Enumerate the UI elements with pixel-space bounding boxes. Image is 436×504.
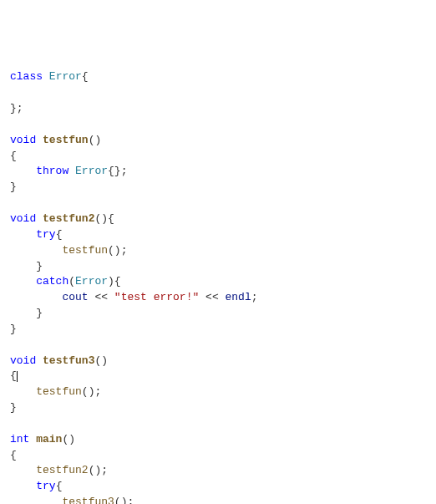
- keyword-try-main: try: [36, 480, 55, 492]
- fn-testfun: testfun: [43, 134, 89, 146]
- call-testfun3: testfun3: [62, 496, 114, 504]
- keyword-catch: catch: [36, 275, 68, 288]
- keyword-void: void: [10, 354, 36, 367]
- keyword-void: void: [10, 212, 36, 225]
- ident-cout: cout: [62, 291, 88, 303]
- keyword-void: void: [10, 134, 36, 146]
- call-testfun: testfun: [62, 244, 108, 257]
- fn-main: main: [36, 433, 62, 445]
- fn-testfun3: testfun3: [43, 354, 94, 367]
- fn-testfun2: testfun2: [43, 212, 94, 225]
- type-error-throw: Error: [75, 165, 108, 177]
- code-block: class Error{ }; void testfun() { throw E…: [10, 69, 426, 504]
- keyword-try: try: [36, 228, 55, 241]
- ident-endl: endl: [226, 291, 251, 303]
- text-cursor: [17, 371, 18, 382]
- keyword-throw: throw: [36, 165, 68, 177]
- keyword-class: class: [10, 70, 43, 83]
- call-testfun-3: testfun: [36, 385, 82, 398]
- call-testfun2: testfun2: [36, 464, 88, 476]
- keyword-int: int: [10, 433, 29, 445]
- type-error-catch: Error: [75, 275, 108, 288]
- string-literal: "test error!": [114, 291, 199, 303]
- type-error: Error: [49, 70, 82, 83]
